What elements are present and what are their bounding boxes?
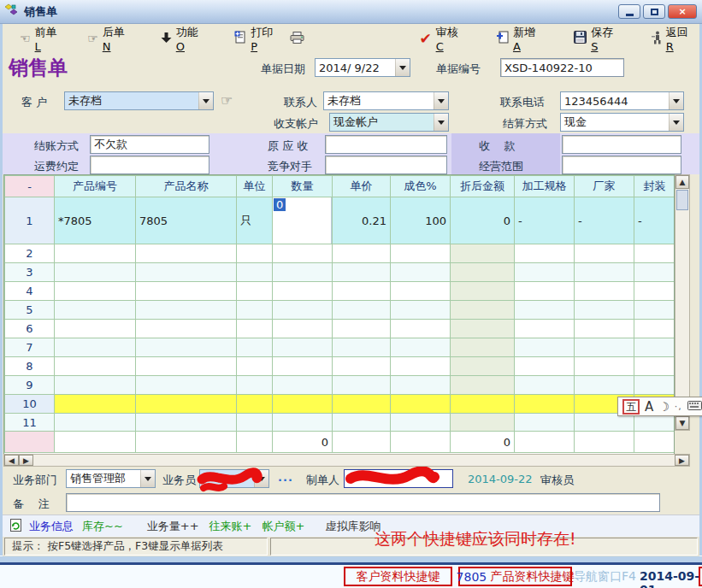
grid-cell[interactable] <box>136 357 237 376</box>
grid-cell[interactable]: 10 <box>5 395 55 414</box>
grid-cell[interactable]: 0 <box>451 197 515 244</box>
grid-cell[interactable] <box>634 301 675 320</box>
grid-cell[interactable] <box>136 414 237 432</box>
grid-cell[interactable] <box>575 320 634 338</box>
refresh-doc-icon[interactable] <box>9 519 22 534</box>
grid-cell[interactable] <box>451 357 515 376</box>
chevron-down-icon[interactable] <box>198 92 213 109</box>
grid-cell[interactable] <box>391 282 451 301</box>
close-button[interactable]: × <box>668 4 697 19</box>
grid-cell[interactable] <box>333 320 391 338</box>
grid-header-cell[interactable]: 单价 <box>333 176 391 197</box>
grid-cell[interactable] <box>515 376 575 395</box>
grid-cell[interactable] <box>575 282 634 301</box>
account-combo[interactable]: 现金帐户 <box>329 113 449 132</box>
grid-qty-editor-cell[interactable]: 0 <box>273 197 333 244</box>
grid-header-cell[interactable]: 封装 <box>634 176 675 197</box>
grid-cell[interactable] <box>273 395 333 414</box>
printer-icon-button[interactable] <box>285 27 310 50</box>
grid-cell[interactable] <box>575 301 634 320</box>
grid-cell[interactable] <box>515 244 575 263</box>
grid-cell[interactable] <box>515 263 575 282</box>
return-button[interactable]: 返回R <box>646 27 699 50</box>
grid-cell[interactable] <box>237 395 273 414</box>
grid-cell[interactable] <box>634 244 675 263</box>
grid-header-cell[interactable]: 成色% <box>391 176 451 197</box>
grid-cell[interactable] <box>333 376 391 395</box>
chevron-down-icon[interactable] <box>140 470 155 487</box>
grid-cell[interactable] <box>273 338 333 357</box>
grid-cell[interactable] <box>634 263 675 282</box>
grid-cell[interactable] <box>515 338 575 357</box>
grid-cell[interactable]: 11 <box>5 414 55 432</box>
grid-cell[interactable] <box>451 320 515 338</box>
grid-header-cell[interactable]: 折后金额 <box>451 176 515 197</box>
grid-header-cell[interactable]: 单位 <box>237 176 273 197</box>
dept-combo[interactable]: 销售管理部 <box>66 469 156 488</box>
grid-cell[interactable] <box>451 376 515 395</box>
grid-cell[interactable] <box>451 395 515 414</box>
grid-cell[interactable] <box>136 320 237 338</box>
grid-cell[interactable] <box>273 282 333 301</box>
grid-cell[interactable] <box>333 395 391 414</box>
grid-cell[interactable] <box>136 263 237 282</box>
grid-header-cell[interactable]: 产品名称 <box>136 176 237 197</box>
grid-cell[interactable]: 7 <box>5 338 55 357</box>
grid-cell[interactable] <box>55 282 136 301</box>
grid-cell[interactable] <box>634 282 675 301</box>
grid-cell[interactable] <box>333 282 391 301</box>
grid-cell[interactable] <box>391 395 451 414</box>
grid-cell[interactable] <box>136 338 237 357</box>
scroll-right-end-icon[interactable]: ▶ <box>675 455 689 466</box>
note-input[interactable] <box>66 493 660 512</box>
grid-cell[interactable]: - <box>515 197 575 244</box>
settle-combo[interactable]: 现金 <box>560 113 684 132</box>
grid-cell[interactable]: 7805 <box>136 197 237 244</box>
grid-cell[interactable] <box>451 338 515 357</box>
receive-input[interactable] <box>562 135 681 154</box>
grid-cell[interactable] <box>136 301 237 320</box>
ime-letter-icon[interactable]: A <box>645 399 653 415</box>
grid-cell[interactable] <box>136 376 237 395</box>
grid-cell[interactable] <box>451 301 515 320</box>
grid-cell[interactable] <box>237 357 273 376</box>
grid-cell[interactable]: 9 <box>5 376 55 395</box>
grid-cell[interactable] <box>237 338 273 357</box>
grid-cell[interactable] <box>237 282 273 301</box>
grid-cell[interactable] <box>391 263 451 282</box>
grid-cell[interactable] <box>391 320 451 338</box>
grid-cell[interactable] <box>55 263 136 282</box>
grid-cell[interactable] <box>136 282 237 301</box>
grid-header-cell[interactable]: - <box>5 176 55 197</box>
contact-combo[interactable]: 未存档 <box>323 91 449 110</box>
grid-cell[interactable] <box>391 414 451 432</box>
grid-cell[interactable] <box>575 376 634 395</box>
scrollbar-thumb[interactable] <box>676 190 688 210</box>
new-button[interactable]: 新增A <box>492 27 546 50</box>
grid-cell[interactable] <box>237 376 273 395</box>
grid-cell[interactable] <box>634 376 675 395</box>
qty-editor-value[interactable]: 0 <box>274 198 286 211</box>
scope-input[interactable] <box>562 156 681 174</box>
next-doc-button[interactable]: ☞ 后单N <box>82 27 137 50</box>
grid-cell[interactable] <box>451 263 515 282</box>
orig-recv-input[interactable] <box>325 135 447 154</box>
ime-wubi-icon[interactable]: 五 <box>622 399 640 415</box>
grid-cell[interactable] <box>55 414 136 432</box>
grid-cell[interactable]: 0.21 <box>333 197 391 244</box>
grid-cell[interactable] <box>237 301 273 320</box>
grid-cell[interactable] <box>575 244 634 263</box>
grid-cell[interactable] <box>237 414 273 432</box>
grid-cell[interactable] <box>333 301 391 320</box>
grid-cell[interactable] <box>333 338 391 357</box>
scroll-right-icon[interactable]: ▶ <box>19 455 33 466</box>
grid-cell[interactable] <box>273 376 333 395</box>
grid-cell[interactable] <box>391 301 451 320</box>
doc-no-input[interactable]: XSD-140922-10 <box>500 58 624 77</box>
function-button[interactable]: 功能O <box>156 27 210 50</box>
grid-cell[interactable] <box>55 338 136 357</box>
grid-cell[interactable] <box>273 320 333 338</box>
phone-combo[interactable]: 123456444 <box>560 91 684 110</box>
grid-cell[interactable] <box>515 301 575 320</box>
grid-cell[interactable]: 3 <box>5 263 55 282</box>
